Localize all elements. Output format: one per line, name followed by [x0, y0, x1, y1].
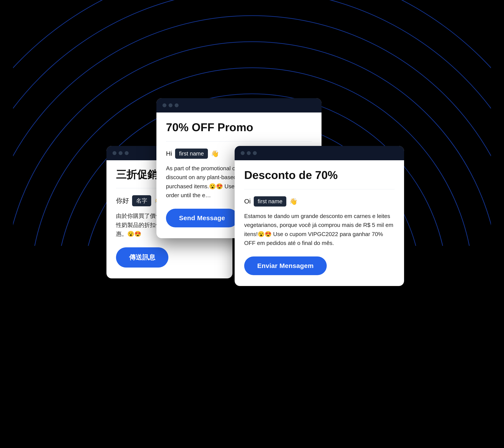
- greeting-prefix-portuguese: Oi: [244, 198, 251, 205]
- card-english-header: [156, 98, 322, 112]
- dot-8: [247, 151, 251, 155]
- card-portuguese-description: Estamos te dando um grande desconto em c…: [244, 212, 395, 248]
- name-badge-english: first name: [175, 149, 208, 159]
- greeting-prefix-english: Hi: [166, 150, 172, 157]
- dot-6: [175, 103, 179, 107]
- wave-portuguese: 👋: [289, 198, 297, 205]
- send-button-portuguese[interactable]: Enviar Mensagem: [244, 257, 327, 275]
- send-button-english[interactable]: Send Message: [166, 209, 238, 227]
- cards-container: 三折促銷 你好 名字 👋 由於你購買了價值超過 $5,000 肉類和植物性奶製品…: [100, 72, 404, 376]
- card-portuguese-body: Desconto de 70% Oi first name 👋 Estamos …: [235, 160, 404, 286]
- greeting-row-portuguese: Oi first name 👋: [244, 196, 395, 207]
- card-portuguese-header: [235, 146, 404, 160]
- dot-1: [112, 151, 116, 155]
- dot-9: [253, 151, 257, 155]
- card-english-title: 70% OFF Promo: [166, 121, 312, 134]
- card-portuguese: Desconto de 70% Oi first name 👋 Estamos …: [235, 146, 404, 286]
- card-portuguese-title: Desconto de 70%: [244, 169, 395, 181]
- greeting-prefix-chinese: 你好: [116, 196, 129, 205]
- dot-4: [162, 103, 166, 107]
- send-button-chinese[interactable]: 傳送訊息: [116, 247, 168, 268]
- dot-2: [119, 151, 123, 155]
- name-badge-chinese: 名字: [132, 195, 151, 206]
- dot-3: [125, 151, 129, 155]
- divider-2: [166, 141, 312, 142]
- name-badge-portuguese: first name: [254, 196, 286, 207]
- dot-7: [241, 151, 245, 155]
- dot-5: [169, 103, 173, 107]
- wave-english: 👋: [211, 150, 219, 157]
